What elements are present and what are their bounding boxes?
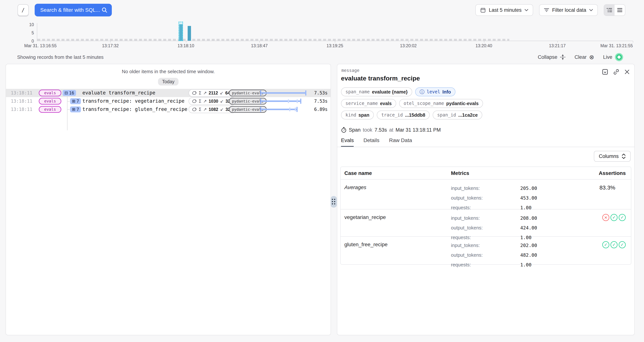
attribute-tag-level[interactable]: ⓘlevelInfo: [415, 87, 456, 96]
timeline-x-tick: [260, 41, 260, 43]
metric-label: requests:: [451, 262, 520, 268]
timeline-x-tick-label: 13:20:40: [476, 43, 492, 48]
token-cost-icon: [192, 107, 197, 112]
stopwatch-icon: [341, 127, 346, 133]
filter-local-data-button[interactable]: Filter local data: [539, 4, 598, 16]
dock-panel-icon[interactable]: [602, 69, 608, 75]
showing-records-text: Showing records from the last 5 minutes: [17, 54, 104, 60]
tab-evals[interactable]: Evals: [341, 137, 354, 147]
sigma-icon: Σ: [199, 107, 202, 112]
tree-view-icon: [606, 8, 612, 13]
timeline-selection-overlay: [178, 22, 183, 41]
output-tokens-arrow-icon: ↙: [220, 107, 224, 112]
time-range-button[interactable]: Last 5 minutes: [475, 4, 533, 16]
tag-value: pydantic-evals: [446, 101, 479, 106]
metrics-cell: input_tokens:205.00output_tokens:453.00r…: [451, 185, 537, 214]
expand-node-icon: ⊞: [72, 99, 75, 103]
detail-tabs: EvalsDetailsRaw Data: [337, 137, 634, 147]
metric-line: output_tokens:424.00: [451, 224, 537, 234]
span-word: Span: [349, 127, 360, 133]
metric-line: output_tokens:453.00: [451, 194, 537, 204]
close-icon[interactable]: [624, 69, 630, 75]
calendar-icon: [480, 7, 486, 13]
live-toggle[interactable]: Live: [603, 53, 623, 61]
timeline-bar[interactable]: [188, 26, 191, 41]
case-name: vegetarian_recipe: [344, 214, 386, 220]
trace-row-evals-badge[interactable]: evals: [39, 90, 61, 96]
header-case-name: Case name: [344, 170, 372, 176]
trace-row-timestamp: 13:18:11: [11, 90, 32, 96]
filter-icon: [544, 8, 549, 12]
collapse-button[interactable]: Collapse: [538, 54, 566, 60]
timeline-x-tick: [633, 41, 633, 43]
tree-view-toggle[interactable]: [604, 5, 614, 16]
panel-resize-handle[interactable]: [330, 196, 337, 208]
assertion-fail-icon: ×: [602, 214, 609, 221]
span-duration-value: 7.53s: [374, 127, 387, 133]
timeline-plot[interactable]: Mar 31. 13:16:5513:17:3213:18:1013:18:47…: [37, 21, 633, 41]
metric-value: 453.00: [520, 195, 537, 201]
tree-toggle-chip[interactable]: ⊟16: [62, 90, 76, 96]
timeline-y-tick-label: 5: [17, 30, 34, 36]
attribute-tag-service_name[interactable]: service_nameevals: [341, 99, 396, 108]
duration-text: 7.53s: [305, 90, 328, 96]
tag-row: span_nameevaluate {name}ⓘlevelInfo: [341, 87, 483, 96]
child-count: 7: [76, 107, 79, 112]
timeline-y-axis-line: [37, 23, 37, 41]
assertion-pass-icon: ✓: [610, 241, 618, 248]
tree-connector-elbow: [67, 101, 70, 102]
slash-shortcut-key[interactable]: /: [18, 4, 29, 16]
tab-details[interactable]: Details: [363, 137, 380, 147]
assertion-pass-icon: ✓: [602, 241, 609, 248]
assertion-pass-icon: ✓: [619, 214, 626, 221]
columns-label: Columns: [599, 153, 619, 159]
copy-link-icon[interactable]: [613, 69, 620, 75]
top-bar-left: / Search & filter with SQL...: [18, 4, 112, 17]
expand-node-icon: ⊞: [72, 107, 75, 111]
attribute-tag-otel_scope_name[interactable]: otel_scope_namepydantic-evals: [399, 99, 483, 108]
attribute-tag-span_id[interactable]: span_id...1ca2ce: [433, 110, 482, 119]
time-range-label: Last 5 minutes: [489, 7, 522, 13]
list-view-toggle[interactable]: [614, 5, 625, 16]
timeline-empty-buckets: [37, 39, 509, 41]
clear-icon: ⊗: [589, 54, 594, 60]
assertion-pass-icon: ✓: [610, 214, 618, 221]
timeline-x-tick-label: 13:21:17: [549, 43, 566, 48]
timeline-x-tick: [484, 41, 484, 43]
info-icon: ⓘ: [420, 89, 424, 94]
search-button[interactable]: Search & filter with SQL...: [35, 4, 112, 17]
metric-label: output_tokens:: [451, 195, 520, 201]
metric-label: output_tokens:: [451, 225, 520, 231]
evals-table-row: gluten_free_recipeinput_tokens:202.00out…: [341, 237, 631, 264]
tag-value: evals: [380, 101, 392, 106]
trace-row[interactable]: 13:18:11evals⊟16evaluate transform_recip…: [6, 89, 330, 97]
tab-raw-data[interactable]: Raw Data: [389, 137, 412, 147]
input-tokens-arrow-icon: ↗: [203, 99, 207, 104]
child-count: 16: [69, 91, 74, 95]
tree-toggle-chip[interactable]: ⊞7: [70, 98, 81, 104]
attribute-tag-kind[interactable]: kindspan: [341, 110, 374, 119]
top-bar: / Search & filter with SQL... Last 5 min…: [18, 4, 625, 17]
clear-button[interactable]: Clear ⊗: [574, 54, 594, 60]
date-chip-today[interactable]: Today: [158, 78, 179, 86]
date-chip-wrap: Today: [6, 78, 330, 86]
trace-row[interactable]: 13:18:11evals⊞7transform_recipe: vegetar…: [6, 97, 330, 105]
timeline-x-tick: [335, 41, 335, 43]
trace-row[interactable]: 13:18:11evals⊞7transform_recipe: gluten_…: [6, 105, 330, 113]
trace-row-evals-badge[interactable]: evals: [39, 98, 61, 105]
timeline-x-tick-label: 13:19:25: [326, 43, 343, 48]
timeline-x-tick: [557, 41, 558, 43]
attribute-tag-trace_id[interactable]: trace_id...15ddb8: [377, 110, 430, 119]
attribute-tag-span_name[interactable]: span_nameevaluate {name}: [341, 87, 412, 96]
tree-toggle-chip[interactable]: ⊞7: [70, 106, 81, 112]
tag-value: ...15ddb8: [405, 112, 425, 118]
columns-button[interactable]: Columns: [594, 151, 630, 162]
metric-line: input_tokens:202.00: [451, 242, 537, 251]
span-detail-panel: message evaluate transform_recipe span_n…: [337, 64, 635, 335]
trace-row-evals-badge[interactable]: evals: [39, 106, 61, 113]
view-mode-toggle: [604, 4, 625, 16]
tag-key: span_name: [346, 89, 370, 94]
tag-value: evaluate {name}: [372, 89, 408, 95]
tag-value: Info: [442, 89, 451, 95]
tag-key: trace_id: [381, 112, 403, 118]
